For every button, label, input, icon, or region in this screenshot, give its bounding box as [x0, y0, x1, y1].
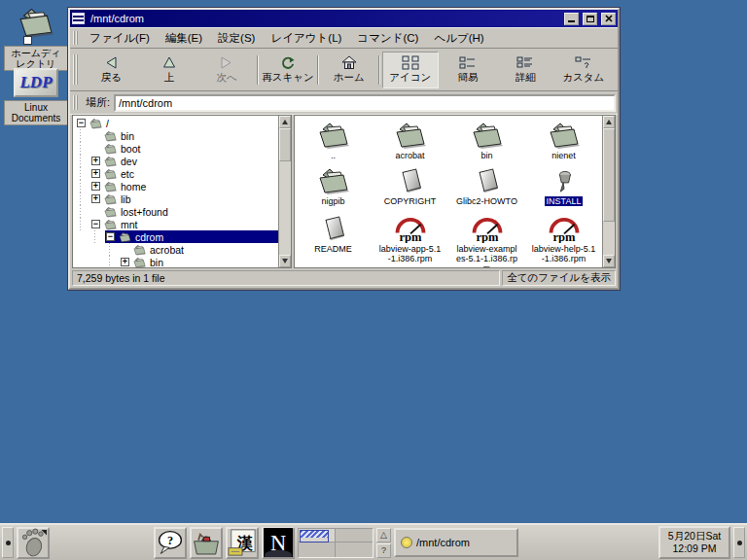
- window-menu-icon[interactable]: [72, 13, 85, 24]
- maximize-button[interactable]: [583, 13, 597, 25]
- back-button[interactable]: 戻る: [83, 52, 139, 88]
- arrow-up-icon: [282, 120, 288, 124]
- tree-row[interactable]: lost+found: [73, 205, 278, 218]
- pager-desktop-1[interactable]: [299, 529, 336, 543]
- arrow-down-icon: [606, 259, 612, 263]
- scroll-down-button[interactable]: [279, 255, 291, 267]
- file-item[interactable]: rpmlabview-examples-5.1-1.i386.rpm: [448, 209, 525, 267]
- close-button[interactable]: [601, 13, 616, 25]
- brief-view-icon: [459, 55, 477, 70]
- file-item[interactable]: nigpib: [295, 161, 372, 209]
- scroll-up-button[interactable]: [603, 116, 615, 128]
- tree-scrollbar[interactable]: [278, 116, 291, 267]
- file-item[interactable]: README: [295, 209, 372, 267]
- scroll-track[interactable]: [279, 128, 291, 255]
- file-item[interactable]: bin: [448, 116, 525, 161]
- rescan-button[interactable]: 再スキャン: [260, 52, 316, 88]
- document-icon: [396, 166, 425, 195]
- main-menu-button[interactable]: [17, 527, 50, 559]
- filter-status: 全てのファイルを表示: [502, 270, 616, 286]
- file-item-selected[interactable]: INSTALL: [525, 161, 602, 209]
- panel-hide-button-right[interactable]: [733, 527, 745, 558]
- desktop-icon-linux-documents[interactable]: LDP Linux Documents: [4, 68, 68, 125]
- file-manager-window: /mnt/cdrom ファイル(F) 編集(E) 設定(S) レイアウト(L) …: [68, 8, 620, 290]
- file-item[interactable]: acrobat: [372, 116, 448, 161]
- scroll-up-button[interactable]: [279, 116, 291, 128]
- scroll-down-button[interactable]: [603, 255, 615, 267]
- task-button-cdrom[interactable]: /mnt/cdrom: [394, 528, 518, 557]
- file-item[interactable]: rpmlabview-help-5.1-1.i386.rpm: [525, 209, 602, 267]
- tree-row[interactable]: +dev: [73, 155, 278, 167]
- up-button[interactable]: 上: [141, 52, 197, 88]
- netscape-launcher[interactable]: N: [262, 527, 295, 559]
- folder-icon: [547, 121, 582, 150]
- tree-row[interactable]: +bin: [73, 256, 278, 267]
- file-item[interactable]: nienet: [525, 116, 602, 161]
- desktop-pager[interactable]: [298, 528, 374, 558]
- toolbox-icon: [192, 530, 221, 556]
- forward-button[interactable]: 次へ: [198, 52, 255, 88]
- folder-icon: [118, 231, 132, 243]
- location-input[interactable]: [114, 94, 616, 112]
- menubar-gripper[interactable]: [73, 31, 78, 45]
- pager-help-button[interactable]: ?: [376, 543, 391, 558]
- tree-row[interactable]: boot: [73, 142, 278, 155]
- folder-icon: [103, 156, 118, 167]
- icon-scrollbar[interactable]: [602, 116, 615, 267]
- menu-edit[interactable]: 編集(E): [158, 29, 210, 48]
- file-item[interactable]: COPYRIGHT: [372, 161, 448, 209]
- folder-icon: [103, 168, 118, 180]
- link-arrow-emblem: [23, 36, 32, 45]
- menubar: ファイル(F) 編集(E) 設定(S) レイアウト(L) コマンド(C) ヘルプ…: [70, 27, 618, 49]
- tree-row[interactable]: +etc: [73, 167, 278, 180]
- desktop-icon-home-directory[interactable]: ホームディレクトリ: [4, 6, 68, 71]
- view-brief-button[interactable]: 簡易: [440, 52, 496, 88]
- view-custom-button[interactable]: カスタム: [555, 52, 612, 88]
- icon-row: nigpib COPYRIGHT Glibc2-HOWTO INSTALL: [295, 161, 602, 209]
- menu-commands[interactable]: コマンド(C): [349, 29, 426, 48]
- help-launcher[interactable]: ?: [154, 527, 187, 559]
- pager-desktop-4[interactable]: [336, 542, 373, 557]
- rescan-icon: [280, 55, 296, 70]
- control-center-launcher[interactable]: [190, 527, 223, 559]
- home-button[interactable]: ホーム: [321, 52, 377, 88]
- file-item[interactable]: ..: [295, 116, 372, 161]
- tree-row[interactable]: +home: [73, 180, 278, 192]
- help-balloon-icon: ?: [157, 529, 184, 556]
- hide-arrow-icon: [6, 541, 11, 545]
- tree-row[interactable]: −mnt: [73, 218, 278, 230]
- minimize-button[interactable]: [564, 13, 579, 25]
- menu-layout[interactable]: レイアウト(L): [263, 29, 349, 48]
- scroll-track[interactable]: [603, 128, 615, 255]
- pager-desktop-2[interactable]: [336, 529, 373, 543]
- panel-hide-button-left[interactable]: [2, 527, 14, 558]
- locbar-gripper[interactable]: [73, 95, 78, 110]
- pager-desktop-3[interactable]: [299, 542, 336, 557]
- file-item[interactable]: rpmlabview-app-5.1-1.i386.rpm: [372, 209, 448, 267]
- scroll-thumb[interactable]: [279, 128, 291, 161]
- svg-text:rpm: rpm: [476, 230, 499, 243]
- menu-help[interactable]: ヘルプ(H): [426, 29, 491, 48]
- menu-settings[interactable]: 設定(S): [210, 29, 263, 48]
- toolbar-gripper[interactable]: [73, 54, 78, 85]
- kanji-input-launcher[interactable]: 漢: [226, 527, 259, 559]
- maximize-icon: [587, 16, 594, 22]
- view-icons-button[interactable]: アイコン: [382, 52, 439, 88]
- view-detailed-button[interactable]: 詳細: [497, 52, 553, 88]
- tree-row[interactable]: bin: [73, 129, 278, 142]
- titlebar[interactable]: /mnt/cdrom: [70, 10, 618, 27]
- location-bar: 場所:: [70, 91, 618, 115]
- rpm-icon: rpm: [391, 217, 430, 243]
- menu-file[interactable]: ファイル(F): [82, 29, 158, 48]
- icon-row: .. acrobat bin nienet: [295, 116, 602, 161]
- tree-row[interactable]: −/: [73, 117, 278, 129]
- tree-row[interactable]: +lib: [73, 192, 278, 205]
- toolbar-separator: [378, 55, 380, 85]
- tree-row[interactable]: acrobat: [73, 243, 278, 256]
- pager-tasklist-button[interactable]: △: [376, 528, 391, 542]
- scroll-thumb[interactable]: [603, 128, 615, 222]
- tree-row-selected[interactable]: −cdrom: [73, 230, 278, 243]
- clock-date: 5月20日Sat: [668, 530, 721, 542]
- netscape-icon: N: [264, 528, 293, 557]
- file-item[interactable]: Glibc2-HOWTO: [448, 161, 525, 209]
